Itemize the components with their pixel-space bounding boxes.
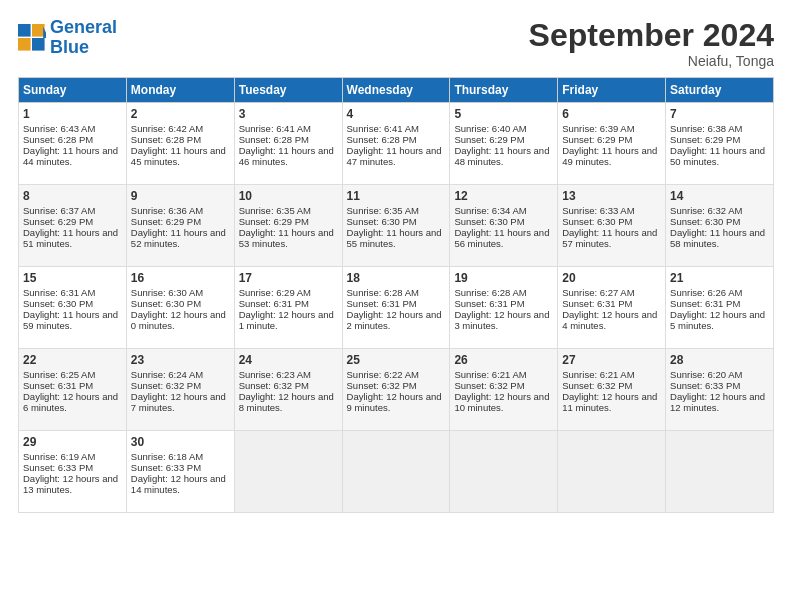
day-cell: 12 Sunrise: 6:34 AM Sunset: 6:30 PM Dayl… [450,185,558,267]
day-number: 10 [239,189,338,203]
calendar-table: Sunday Monday Tuesday Wednesday Thursday… [18,77,774,513]
sunrise: Sunrise: 6:29 AM [239,287,311,298]
sunrise: Sunrise: 6:22 AM [347,369,419,380]
sunrise: Sunrise: 6:43 AM [23,123,95,134]
daylight: Daylight: 11 hours and 49 minutes. [562,145,657,167]
day-number: 21 [670,271,769,285]
daylight: Daylight: 12 hours and 9 minutes. [347,391,442,413]
day-number: 12 [454,189,553,203]
day-cell [450,431,558,513]
logo-text: GeneralBlue [50,18,117,58]
calendar-page: GeneralBlue September 2024 Neiafu, Tonga… [0,0,792,612]
daylight: Daylight: 12 hours and 12 minutes. [670,391,765,413]
day-cell: 4 Sunrise: 6:41 AM Sunset: 6:28 PM Dayli… [342,103,450,185]
day-number: 7 [670,107,769,121]
daylight: Daylight: 12 hours and 13 minutes. [23,473,118,495]
day-number: 22 [23,353,122,367]
day-cell: 30 Sunrise: 6:18 AM Sunset: 6:33 PM Dayl… [126,431,234,513]
svg-rect-1 [32,24,45,37]
daylight: Daylight: 12 hours and 1 minute. [239,309,334,331]
day-cell: 21 Sunrise: 6:26 AM Sunset: 6:31 PM Dayl… [666,267,774,349]
sunset: Sunset: 6:30 PM [131,298,201,309]
sunset: Sunset: 6:32 PM [347,380,417,391]
sunset: Sunset: 6:28 PM [23,134,93,145]
daylight: Daylight: 11 hours and 48 minutes. [454,145,549,167]
day-number: 26 [454,353,553,367]
day-number: 18 [347,271,446,285]
sunrise: Sunrise: 6:23 AM [239,369,311,380]
sunset: Sunset: 6:29 PM [562,134,632,145]
sunrise: Sunrise: 6:41 AM [347,123,419,134]
day-cell: 25 Sunrise: 6:22 AM Sunset: 6:32 PM Dayl… [342,349,450,431]
sunrise: Sunrise: 6:34 AM [454,205,526,216]
col-tuesday: Tuesday [234,78,342,103]
sunset: Sunset: 6:29 PM [23,216,93,227]
sunset: Sunset: 6:31 PM [23,380,93,391]
day-number: 17 [239,271,338,285]
day-number: 4 [347,107,446,121]
day-cell: 2 Sunrise: 6:42 AM Sunset: 6:28 PM Dayli… [126,103,234,185]
sunset: Sunset: 6:30 PM [670,216,740,227]
location: Neiafu, Tonga [529,53,774,69]
sunrise: Sunrise: 6:41 AM [239,123,311,134]
day-cell: 23 Sunrise: 6:24 AM Sunset: 6:32 PM Dayl… [126,349,234,431]
col-thursday: Thursday [450,78,558,103]
day-number: 30 [131,435,230,449]
sunrise: Sunrise: 6:35 AM [239,205,311,216]
sunrise: Sunrise: 6:33 AM [562,205,634,216]
sunset: Sunset: 6:32 PM [131,380,201,391]
day-number: 16 [131,271,230,285]
week-row-5: 29 Sunrise: 6:19 AM Sunset: 6:33 PM Dayl… [19,431,774,513]
day-cell: 7 Sunrise: 6:38 AM Sunset: 6:29 PM Dayli… [666,103,774,185]
sunset: Sunset: 6:28 PM [131,134,201,145]
day-number: 13 [562,189,661,203]
daylight: Daylight: 12 hours and 2 minutes. [347,309,442,331]
sunset: Sunset: 6:28 PM [239,134,309,145]
sunset: Sunset: 6:31 PM [239,298,309,309]
daylight: Daylight: 12 hours and 0 minutes. [131,309,226,331]
sunset: Sunset: 6:30 PM [454,216,524,227]
sunrise: Sunrise: 6:39 AM [562,123,634,134]
day-number: 24 [239,353,338,367]
sunrise: Sunrise: 6:21 AM [562,369,634,380]
day-cell: 29 Sunrise: 6:19 AM Sunset: 6:33 PM Dayl… [19,431,127,513]
sunset: Sunset: 6:29 PM [239,216,309,227]
day-cell: 27 Sunrise: 6:21 AM Sunset: 6:32 PM Dayl… [558,349,666,431]
col-friday: Friday [558,78,666,103]
daylight: Daylight: 11 hours and 52 minutes. [131,227,226,249]
sunrise: Sunrise: 6:40 AM [454,123,526,134]
logo-icon [18,24,46,52]
sunrise: Sunrise: 6:35 AM [347,205,419,216]
day-cell: 14 Sunrise: 6:32 AM Sunset: 6:30 PM Dayl… [666,185,774,267]
week-row-1: 1 Sunrise: 6:43 AM Sunset: 6:28 PM Dayli… [19,103,774,185]
day-cell: 18 Sunrise: 6:28 AM Sunset: 6:31 PM Dayl… [342,267,450,349]
day-cell [342,431,450,513]
day-cell: 9 Sunrise: 6:36 AM Sunset: 6:29 PM Dayli… [126,185,234,267]
month-title: September 2024 [529,18,774,53]
sunset: Sunset: 6:30 PM [347,216,417,227]
day-cell: 15 Sunrise: 6:31 AM Sunset: 6:30 PM Dayl… [19,267,127,349]
sunset: Sunset: 6:29 PM [131,216,201,227]
svg-rect-0 [18,24,31,37]
sunrise: Sunrise: 6:20 AM [670,369,742,380]
day-cell: 1 Sunrise: 6:43 AM Sunset: 6:28 PM Dayli… [19,103,127,185]
daylight: Daylight: 11 hours and 53 minutes. [239,227,334,249]
daylight: Daylight: 11 hours and 56 minutes. [454,227,549,249]
day-cell: 10 Sunrise: 6:35 AM Sunset: 6:29 PM Dayl… [234,185,342,267]
daylight: Daylight: 11 hours and 59 minutes. [23,309,118,331]
day-cell: 22 Sunrise: 6:25 AM Sunset: 6:31 PM Dayl… [19,349,127,431]
day-number: 25 [347,353,446,367]
sunset: Sunset: 6:33 PM [131,462,201,473]
daylight: Daylight: 11 hours and 50 minutes. [670,145,765,167]
day-number: 19 [454,271,553,285]
day-number: 11 [347,189,446,203]
sunrise: Sunrise: 6:28 AM [454,287,526,298]
day-cell: 3 Sunrise: 6:41 AM Sunset: 6:28 PM Dayli… [234,103,342,185]
day-cell: 6 Sunrise: 6:39 AM Sunset: 6:29 PM Dayli… [558,103,666,185]
day-number: 23 [131,353,230,367]
day-cell: 20 Sunrise: 6:27 AM Sunset: 6:31 PM Dayl… [558,267,666,349]
daylight: Daylight: 11 hours and 51 minutes. [23,227,118,249]
daylight: Daylight: 12 hours and 6 minutes. [23,391,118,413]
day-cell: 26 Sunrise: 6:21 AM Sunset: 6:32 PM Dayl… [450,349,558,431]
day-cell: 28 Sunrise: 6:20 AM Sunset: 6:33 PM Dayl… [666,349,774,431]
